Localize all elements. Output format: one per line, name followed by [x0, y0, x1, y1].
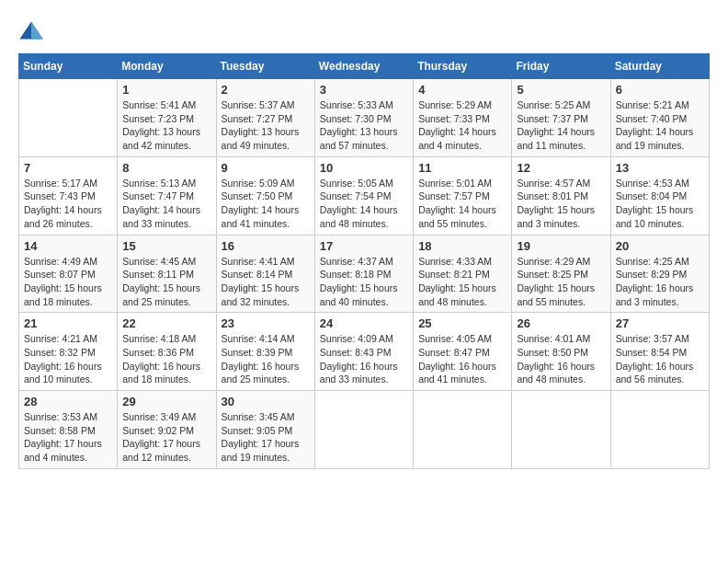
day-number: 15 [122, 239, 210, 253]
sun-info: Sunrise: 4:21 AMSunset: 8:32 PMDaylight:… [24, 332, 112, 386]
day-number: 16 [222, 239, 310, 253]
day-number: 2 [222, 83, 310, 97]
col-tuesday: Tuesday [216, 54, 314, 79]
calendar-cell: 26Sunrise: 4:01 AMSunset: 8:50 PMDayligh… [512, 313, 610, 391]
calendar-cell: 9Sunrise: 5:09 AMSunset: 7:50 PMDaylight… [216, 156, 314, 235]
calendar-cell: 20Sunrise: 4:25 AMSunset: 8:29 PMDayligh… [610, 235, 709, 313]
calendar-week-5: 28Sunrise: 3:53 AMSunset: 8:58 PMDayligh… [19, 391, 710, 469]
sun-info: Sunrise: 3:53 AMSunset: 8:58 PMDaylight:… [24, 410, 112, 465]
day-number: 30 [222, 395, 310, 408]
sun-info: Sunrise: 4:57 AMSunset: 8:01 PMDaylight:… [517, 177, 605, 231]
sun-info: Sunrise: 4:53 AMSunset: 8:04 PMDaylight:… [616, 177, 704, 231]
calendar-cell: 11Sunrise: 5:01 AMSunset: 7:57 PMDayligh… [414, 156, 512, 235]
sun-info: Sunrise: 5:09 AMSunset: 7:50 PMDaylight:… [222, 177, 310, 231]
col-sunday: Sunday [19, 54, 118, 79]
sun-info: Sunrise: 4:18 AMSunset: 8:36 PMDaylight:… [122, 332, 210, 386]
day-number: 8 [122, 161, 210, 175]
day-number: 7 [24, 161, 112, 175]
calendar-body: 1Sunrise: 5:41 AMSunset: 7:23 PMDaylight… [19, 79, 710, 469]
sun-info: Sunrise: 5:33 AMSunset: 7:30 PMDaylight:… [320, 98, 408, 153]
sun-info: Sunrise: 5:13 AMSunset: 7:47 PMDaylight:… [122, 177, 210, 231]
sun-info: Sunrise: 4:09 AMSunset: 8:43 PMDaylight:… [320, 332, 408, 386]
calendar-cell [314, 391, 413, 469]
sun-info: Sunrise: 3:49 AMSunset: 9:02 PMDaylight:… [122, 410, 210, 465]
day-number: 27 [616, 316, 704, 330]
calendar-cell: 14Sunrise: 4:49 AMSunset: 8:07 PMDayligh… [19, 235, 118, 313]
day-number: 21 [24, 316, 112, 330]
day-number: 13 [616, 161, 704, 175]
calendar-cell: 28Sunrise: 3:53 AMSunset: 8:58 PMDayligh… [19, 391, 118, 469]
calendar-cell: 30Sunrise: 3:45 AMSunset: 9:05 PMDayligh… [216, 391, 314, 469]
sun-info: Sunrise: 4:05 AMSunset: 8:47 PMDaylight:… [418, 332, 506, 386]
calendar-cell: 19Sunrise: 4:29 AMSunset: 8:25 PMDayligh… [512, 235, 610, 313]
calendar-week-2: 7Sunrise: 5:17 AMSunset: 7:43 PMDaylight… [19, 156, 710, 235]
calendar-cell: 7Sunrise: 5:17 AMSunset: 7:43 PMDaylight… [19, 156, 118, 235]
calendar-header: Sunday Monday Tuesday Wednesday Thursday… [19, 54, 710, 79]
calendar-cell: 29Sunrise: 3:49 AMSunset: 9:02 PMDayligh… [118, 391, 216, 469]
sun-info: Sunrise: 4:01 AMSunset: 8:50 PMDaylight:… [517, 332, 605, 386]
day-number: 14 [24, 239, 112, 253]
calendar-cell: 23Sunrise: 4:14 AMSunset: 8:39 PMDayligh… [216, 313, 314, 391]
calendar-week-3: 14Sunrise: 4:49 AMSunset: 8:07 PMDayligh… [19, 235, 710, 313]
sun-info: Sunrise: 5:25 AMSunset: 7:37 PMDaylight:… [517, 98, 605, 153]
calendar-cell: 17Sunrise: 4:37 AMSunset: 8:18 PMDayligh… [314, 235, 413, 313]
sun-info: Sunrise: 4:45 AMSunset: 8:11 PMDaylight:… [122, 255, 210, 309]
col-wednesday: Wednesday [314, 54, 413, 79]
day-number: 11 [418, 161, 506, 175]
col-thursday: Thursday [414, 54, 512, 79]
svg-marker-1 [31, 22, 43, 40]
logo [18, 18, 48, 44]
calendar-cell: 2Sunrise: 5:37 AMSunset: 7:27 PMDaylight… [216, 79, 314, 157]
sun-info: Sunrise: 4:41 AMSunset: 8:14 PMDaylight:… [222, 255, 310, 309]
calendar-cell: 25Sunrise: 4:05 AMSunset: 8:47 PMDayligh… [414, 313, 512, 391]
sun-info: Sunrise: 5:05 AMSunset: 7:54 PMDaylight:… [320, 177, 408, 231]
calendar-cell: 8Sunrise: 5:13 AMSunset: 7:47 PMDaylight… [118, 156, 216, 235]
day-number: 9 [222, 161, 310, 175]
sun-info: Sunrise: 4:29 AMSunset: 8:25 PMDaylight:… [517, 255, 605, 309]
day-number: 24 [320, 316, 408, 330]
sun-info: Sunrise: 5:29 AMSunset: 7:33 PMDaylight:… [418, 98, 506, 153]
sun-info: Sunrise: 4:33 AMSunset: 8:21 PMDaylight:… [418, 255, 506, 309]
day-number: 10 [320, 161, 408, 175]
sun-info: Sunrise: 5:17 AMSunset: 7:43 PMDaylight:… [24, 177, 112, 231]
sun-info: Sunrise: 5:37 AMSunset: 7:27 PMDaylight:… [222, 98, 310, 153]
calendar-cell: 10Sunrise: 5:05 AMSunset: 7:54 PMDayligh… [314, 156, 413, 235]
calendar-cell: 5Sunrise: 5:25 AMSunset: 7:37 PMDaylight… [512, 79, 610, 157]
sun-info: Sunrise: 4:14 AMSunset: 8:39 PMDaylight:… [222, 332, 310, 386]
calendar-week-4: 21Sunrise: 4:21 AMSunset: 8:32 PMDayligh… [19, 313, 710, 391]
day-number: 28 [24, 395, 112, 408]
day-number: 12 [517, 161, 605, 175]
calendar-cell [610, 391, 709, 469]
calendar-cell: 3Sunrise: 5:33 AMSunset: 7:30 PMDaylight… [314, 79, 413, 157]
calendar-cell: 13Sunrise: 4:53 AMSunset: 8:04 PMDayligh… [610, 156, 709, 235]
day-number: 23 [222, 316, 310, 330]
day-number: 5 [517, 83, 605, 97]
page-header [18, 18, 710, 44]
day-number: 19 [517, 239, 605, 253]
col-friday: Friday [512, 54, 610, 79]
calendar-cell [414, 391, 512, 469]
calendar-cell: 1Sunrise: 5:41 AMSunset: 7:23 PMDaylight… [118, 79, 216, 157]
sun-info: Sunrise: 4:25 AMSunset: 8:29 PMDaylight:… [616, 255, 704, 309]
day-number: 18 [418, 239, 506, 253]
day-number: 29 [122, 395, 210, 408]
sun-info: Sunrise: 5:01 AMSunset: 7:57 PMDaylight:… [418, 177, 506, 231]
sun-info: Sunrise: 5:41 AMSunset: 7:23 PMDaylight:… [122, 98, 210, 153]
day-number: 26 [517, 316, 605, 330]
calendar-cell: 18Sunrise: 4:33 AMSunset: 8:21 PMDayligh… [414, 235, 512, 313]
sun-info: Sunrise: 3:57 AMSunset: 8:54 PMDaylight:… [616, 332, 704, 386]
calendar-table: Sunday Monday Tuesday Wednesday Thursday… [18, 53, 710, 469]
sun-info: Sunrise: 4:49 AMSunset: 8:07 PMDaylight:… [24, 255, 112, 309]
calendar-cell: 27Sunrise: 3:57 AMSunset: 8:54 PMDayligh… [610, 313, 709, 391]
col-monday: Monday [118, 54, 216, 79]
sun-info: Sunrise: 3:45 AMSunset: 9:05 PMDaylight:… [222, 410, 310, 465]
day-number: 22 [122, 316, 210, 330]
day-number: 4 [418, 83, 506, 97]
calendar-cell: 22Sunrise: 4:18 AMSunset: 8:36 PMDayligh… [118, 313, 216, 391]
day-number: 25 [418, 316, 506, 330]
sun-info: Sunrise: 5:21 AMSunset: 7:40 PMDaylight:… [616, 98, 704, 153]
day-number: 1 [122, 83, 210, 97]
day-number: 6 [616, 83, 704, 97]
calendar-cell [512, 391, 610, 469]
calendar-cell: 6Sunrise: 5:21 AMSunset: 7:40 PMDaylight… [610, 79, 709, 157]
